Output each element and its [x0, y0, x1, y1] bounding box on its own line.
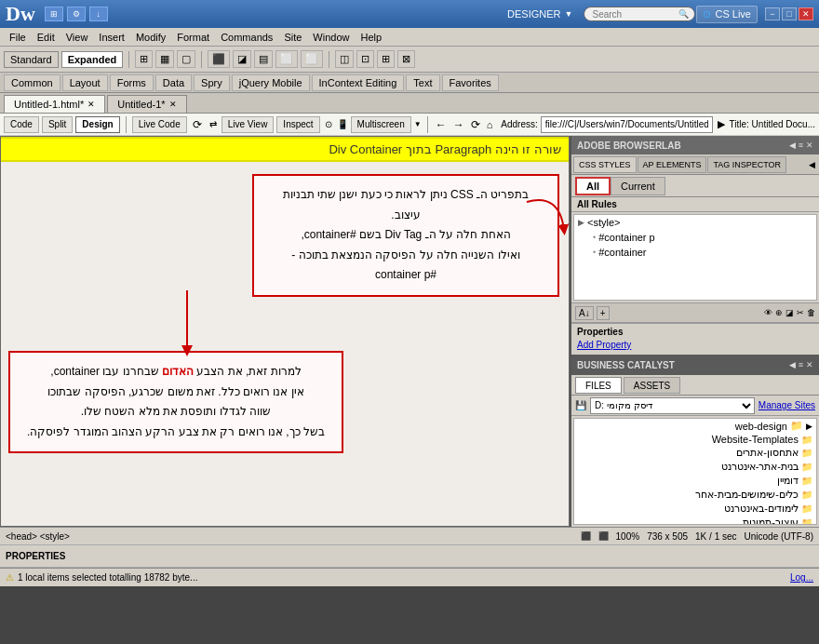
menu-site[interactable]: Site — [278, 30, 307, 45]
file-item-4[interactable]: 📁 בנית-אתר-אינטרנט — [574, 460, 816, 474]
current-tab-button[interactable]: Current — [611, 177, 665, 195]
file-item-6[interactable]: 📁 כלים-שימושים-מבית-אחר — [574, 488, 816, 502]
refresh-icon[interactable]: ⟳ — [190, 118, 205, 131]
toolbar-icon-frame[interactable]: ▢ — [177, 50, 195, 68]
assets-tab-button[interactable]: ASSETS — [624, 377, 680, 394]
inspect-button[interactable]: Inspect — [276, 116, 319, 133]
standard-button[interactable]: Standard — [4, 51, 59, 68]
panel-icon-a[interactable]: 👁 — [764, 308, 772, 317]
add-property-link[interactable]: Add Property — [577, 340, 631, 350]
title-label: Title: Untitled Docu... — [730, 119, 815, 129]
browserlab-expand-icon[interactable]: ◀ — [789, 141, 796, 150]
menu-help[interactable]: Help — [355, 30, 387, 45]
design-view-button[interactable]: Design — [75, 116, 119, 133]
home-icon[interactable]: ⌂ — [485, 119, 495, 130]
toolbar-icon2[interactable]: ⚙ — [67, 7, 86, 21]
toolbar-icon-b[interactable]: ◪ — [233, 50, 251, 68]
toolbar-icon-a[interactable]: ⬛ — [208, 50, 230, 68]
tab-text[interactable]: Text — [406, 74, 439, 91]
toolbar-icon-i[interactable]: ⊠ — [397, 50, 415, 68]
files-tab-button[interactable]: FILES — [575, 377, 622, 394]
menu-commands[interactable]: Commands — [215, 30, 278, 45]
cs-live-btn[interactable]: ⊙ CS Live — [696, 6, 758, 23]
bc-menu-icon[interactable]: ≡ — [799, 360, 803, 369]
code-view-button[interactable]: Code — [4, 116, 39, 133]
tab-data[interactable]: Data — [155, 74, 192, 91]
az-sort-icon[interactable]: A↓ — [575, 306, 594, 320]
menu-window[interactable]: Window — [307, 30, 355, 45]
workspace-dropdown-icon[interactable]: ▼ — [565, 9, 573, 19]
tab-incontext[interactable]: InContext Editing — [312, 74, 405, 91]
file-item-8[interactable]: 📁 עיצוב-תמונות — [574, 516, 816, 525]
toolbar-icon-c[interactable]: ▤ — [254, 50, 273, 68]
tab-forms[interactable]: Forms — [110, 74, 154, 91]
nav-reload-icon[interactable]: ⟳ — [469, 118, 482, 131]
css-styles-tab[interactable]: CSS STYLES — [573, 156, 637, 173]
doc-tab-2[interactable]: Untitled-1* ✕ — [107, 95, 186, 113]
file-item-web-design[interactable]: ▶ 📁 web-design — [574, 419, 816, 433]
restore-button[interactable]: □ — [782, 7, 797, 20]
live-code-button[interactable]: Live Code — [132, 116, 187, 133]
bc-expand-icon[interactable]: ◀ — [789, 360, 796, 369]
ap-elements-tab[interactable]: AP ELEMENTS — [638, 156, 707, 173]
menu-view[interactable]: View — [60, 30, 94, 45]
multiscreen-button[interactable]: Multiscreen — [351, 116, 411, 133]
file-item-3[interactable]: 📁 אתחסון-אתרים — [574, 446, 816, 460]
toolbar-icon-g[interactable]: ⊡ — [356, 50, 374, 68]
toolbar-icon-e[interactable]: ⬜ — [301, 50, 323, 68]
file-item-7[interactable]: 📁 לימודים-באינטרנט — [574, 502, 816, 516]
drive-select[interactable]: D: דיסק מקומי — [590, 397, 755, 414]
menu-file[interactable]: File — [4, 30, 32, 45]
tab-favorites[interactable]: Favorites — [442, 74, 499, 91]
rule-style[interactable]: ▶ <style> — [574, 215, 816, 230]
toolbar-icon-f[interactable]: ◫ — [335, 50, 354, 68]
toolbar-icon-d[interactable]: ⬜ — [275, 50, 298, 68]
toolbar-icon1[interactable]: ⊞ — [45, 7, 63, 21]
panel-icon-b[interactable]: ⊕ — [775, 308, 783, 317]
manage-sites-link[interactable]: Manage Sites — [759, 400, 815, 410]
properties-bar: PROPERTIES — [0, 545, 819, 568]
nav-back-icon[interactable]: ← — [434, 118, 449, 131]
tab-common[interactable]: Common — [4, 74, 60, 91]
all-tab-button[interactable]: All — [575, 177, 611, 195]
tab-spry[interactable]: Spry — [194, 74, 230, 91]
tab-layout[interactable]: Layout — [62, 74, 108, 91]
menu-modify[interactable]: Modify — [130, 30, 171, 45]
panel-icon-new[interactable]: + — [597, 306, 610, 320]
split-view-button[interactable]: Split — [42, 116, 73, 133]
panel-icon-c[interactable]: ◪ — [785, 308, 794, 317]
nav-fwd-icon[interactable]: → — [451, 118, 466, 131]
toolbar-icon3[interactable]: ↓ — [89, 7, 108, 21]
address-input[interactable] — [541, 116, 713, 133]
toolbar-icon-h[interactable]: ⊞ — [377, 50, 395, 68]
tab-jquery[interactable]: jQuery Mobile — [232, 74, 310, 91]
rule-container-p[interactable]: • #container p — [574, 230, 816, 245]
menu-insert[interactable]: Insert — [93, 30, 130, 45]
expanded-button[interactable]: Expanded — [61, 51, 124, 68]
browserlab-menu-icon[interactable]: ≡ — [799, 141, 803, 150]
bottom-log-link[interactable]: Log... — [790, 572, 813, 583]
doc-tab-2-close[interactable]: ✕ — [169, 100, 177, 109]
file-item-5[interactable]: 📁 דומיין — [574, 474, 816, 488]
live-view-button[interactable]: Live View — [222, 116, 275, 133]
minimize-button[interactable]: − — [765, 7, 780, 20]
toolbar-icon-table[interactable]: ▦ — [155, 50, 174, 68]
doc-tab-1-close[interactable]: ✕ — [87, 100, 95, 109]
panel-icon-d[interactable]: ✂ — [797, 308, 804, 317]
menu-edit[interactable]: Edit — [32, 30, 60, 45]
close-button[interactable]: ✕ — [799, 7, 813, 20]
tag-breadcrumb[interactable]: <head> <style> — [6, 531, 70, 542]
panel-expand-icon[interactable]: ◀ — [807, 158, 817, 171]
doc-tab-1[interactable]: Untitled-1.html* ✕ — [4, 95, 105, 113]
browserlab-close-icon[interactable]: ✕ — [806, 141, 813, 150]
sync-icon[interactable]: ⇄ — [208, 119, 219, 129]
file-item-website-templates[interactable]: 📁 Website-Templates — [574, 433, 816, 446]
address-go-icon[interactable]: ▶ — [716, 118, 727, 130]
multiscreen-dropdown[interactable]: ▼ — [414, 120, 422, 128]
toolbar-icon-grid[interactable]: ⊞ — [135, 50, 153, 68]
panel-icon-e[interactable]: 🗑 — [807, 308, 815, 317]
menu-format[interactable]: Format — [171, 30, 215, 45]
rule-container[interactable]: • #container — [574, 245, 816, 260]
bc-close-icon[interactable]: ✕ — [806, 360, 813, 369]
tag-inspector-tab[interactable]: TAG INSPECTOR — [707, 156, 786, 173]
